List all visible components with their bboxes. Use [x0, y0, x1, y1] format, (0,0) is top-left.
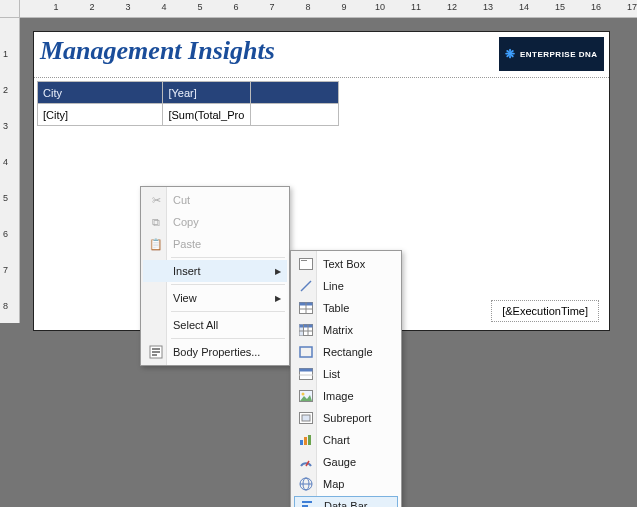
menu-body-properties[interactable]: Body Properties... [143, 341, 287, 363]
cell-total[interactable]: [Sum(Total_Pro [163, 104, 251, 126]
ruler-corner [0, 0, 20, 18]
insert-chart[interactable]: Chart [293, 429, 399, 451]
insert-image[interactable]: Image [293, 385, 399, 407]
svg-rect-27 [308, 435, 311, 445]
svg-rect-5 [301, 260, 307, 261]
line-icon [298, 278, 314, 294]
svg-rect-19 [300, 369, 313, 372]
insert-subreport[interactable]: Subreport [293, 407, 399, 429]
report-header: Management Insights ❋ ENTERPRISE DNA [34, 32, 609, 78]
svg-rect-3 [152, 354, 157, 356]
cell-empty[interactable] [251, 104, 339, 126]
vertical-ruler: 1 2 3 4 5 6 7 8 [0, 18, 20, 323]
menu-insert[interactable]: Insert ▶ [143, 260, 287, 282]
svg-rect-32 [302, 501, 312, 503]
insert-submenu[interactable]: Text Box Line Table Matrix Rectangle Lis… [290, 250, 402, 507]
svg-rect-25 [300, 440, 303, 445]
insert-text-box[interactable]: Text Box [293, 253, 399, 275]
insert-line[interactable]: Line [293, 275, 399, 297]
chevron-right-icon: ▶ [275, 294, 281, 303]
svg-point-22 [302, 393, 305, 396]
insert-map[interactable]: Map [293, 473, 399, 495]
column-header-city[interactable]: City [38, 82, 163, 104]
menu-paste[interactable]: 📋 Paste [143, 233, 287, 255]
insert-matrix[interactable]: Matrix [293, 319, 399, 341]
cell-city[interactable]: [City] [38, 104, 163, 126]
matrix-icon [298, 322, 314, 338]
textbox-icon [298, 256, 314, 272]
svg-rect-24 [302, 415, 310, 421]
context-menu-body[interactable]: ✂ Cut ⧉ Copy 📋 Paste Insert ▶ View ▶ Sel… [140, 186, 290, 366]
menu-select-all[interactable]: Select All [143, 314, 287, 336]
list-icon [298, 366, 314, 382]
logo-text: ENTERPRISE DNA [520, 50, 598, 59]
image-icon [298, 388, 314, 404]
insert-data-bar[interactable]: Data Bar [294, 496, 398, 507]
column-header-year[interactable]: [Year] [163, 82, 251, 104]
svg-rect-13 [300, 325, 313, 328]
databar-icon [300, 498, 316, 507]
column-header-empty[interactable] [251, 82, 339, 104]
execution-time-field[interactable]: [&ExecutionTime] [491, 300, 599, 322]
properties-icon [148, 344, 164, 360]
design-canvas[interactable]: Management Insights ❋ ENTERPRISE DNA Cit… [20, 18, 637, 507]
paste-icon: 📋 [148, 236, 164, 252]
gauge-icon [298, 454, 314, 470]
logo-spark-icon: ❋ [505, 47, 516, 61]
svg-rect-2 [152, 351, 160, 353]
map-icon [298, 476, 314, 492]
logo-badge: ❋ ENTERPRISE DNA [499, 37, 604, 71]
rectangle-icon [298, 344, 314, 360]
tablix[interactable]: City [Year] [City] [Sum(Total_Pro [37, 81, 339, 126]
cut-icon: ✂ [148, 192, 164, 208]
svg-rect-1 [152, 348, 160, 350]
svg-rect-26 [304, 437, 307, 445]
subreport-icon [298, 410, 314, 426]
menu-view[interactable]: View ▶ [143, 287, 287, 309]
insert-rectangle[interactable]: Rectangle [293, 341, 399, 363]
chevron-right-icon: ▶ [275, 267, 281, 276]
svg-line-6 [301, 281, 311, 291]
copy-icon: ⧉ [148, 214, 164, 230]
svg-rect-17 [300, 347, 312, 357]
horizontal-ruler: 1 2 3 4 5 6 7 8 9 10 11 12 13 14 15 16 1… [20, 0, 637, 18]
insert-gauge[interactable]: Gauge [293, 451, 399, 473]
menu-copy[interactable]: ⧉ Copy [143, 211, 287, 233]
menu-cut[interactable]: ✂ Cut [143, 189, 287, 211]
table-icon [298, 300, 314, 316]
insert-list[interactable]: List [293, 363, 399, 385]
chart-icon [298, 432, 314, 448]
insert-table[interactable]: Table [293, 297, 399, 319]
